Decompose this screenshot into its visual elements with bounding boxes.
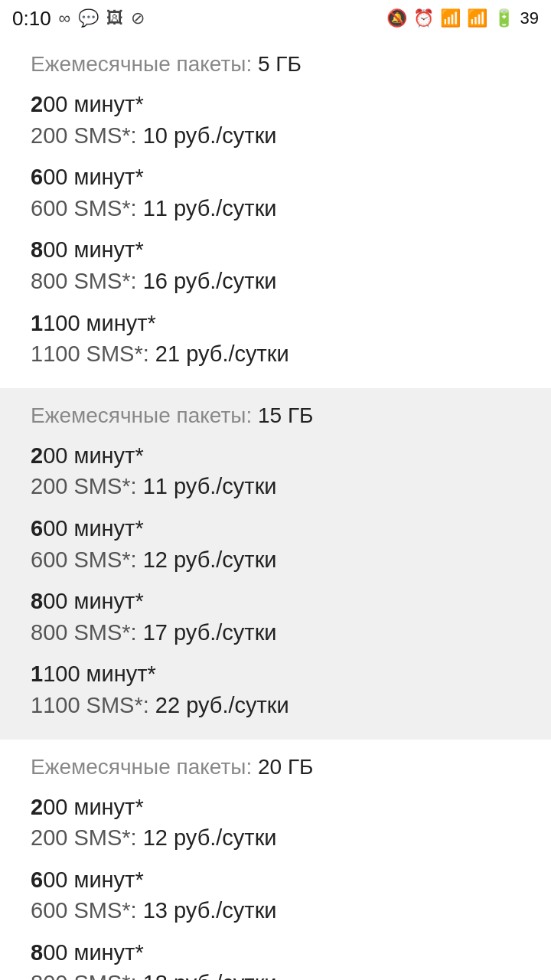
tariff-minutes-1-2: 800 минут*	[31, 586, 520, 617]
tariff-group-1-3: 1100 минут*1100 SMS*: 22 руб./сутки	[31, 658, 520, 720]
tariff-sms-1-2: 800 SMS*: 17 руб./сутки	[31, 617, 520, 648]
tariff-sms-2-0: 200 SMS*: 12 руб./сутки	[31, 822, 520, 854]
status-left: 0:10 ∞ 💬 🖼 ⊘	[12, 7, 145, 31]
package-header-2: Ежемесячные пакеты: 20 ГБ	[31, 755, 520, 779]
tariff-minutes-0-0: 200 минут*	[31, 89, 520, 120]
signal-icon: 📶	[467, 8, 487, 28]
tariff-sms-0-2: 800 SMS*: 16 руб./сутки	[31, 266, 520, 297]
tariff-minutes-0-2: 800 минут*	[31, 234, 520, 266]
battery-icon: 🔋	[494, 8, 514, 28]
tariff-group-1-2: 800 минут*800 SMS*: 17 руб./сутки	[31, 586, 520, 648]
tariff-group-0-3: 1100 минут*1100 SMS*: 21 руб./сутки	[31, 308, 520, 370]
tariff-minutes-0-3: 1100 минут*	[31, 308, 520, 339]
tariff-sms-2-1: 600 SMS*: 13 руб./сутки	[31, 895, 520, 926]
image-icon: 🖼	[106, 8, 123, 28]
wifi-icon: 📶	[440, 8, 461, 28]
tariff-minutes-2-0: 200 минут*	[31, 792, 520, 823]
tariff-sms-1-0: 200 SMS*: 11 руб./сутки	[31, 471, 520, 502]
mute-icon: 🔕	[386, 8, 407, 28]
tariff-group-2-0: 200 минут*200 SMS*: 12 руб./сутки	[31, 792, 520, 854]
tariff-group-0-0: 200 минут*200 SMS*: 10 руб./сутки	[31, 89, 520, 151]
status-time: 0:10	[12, 7, 51, 31]
timer-icon: ⊘	[131, 8, 145, 28]
tariff-group-0-1: 600 минут*600 SMS*: 11 руб./сутки	[31, 162, 520, 224]
package-header-1: Ежемесячные пакеты: 15 ГБ	[31, 403, 520, 428]
package-header-0: Ежемесячные пакеты: 5 ГБ	[31, 52, 520, 77]
status-bar: 0:10 ∞ 💬 🖼 ⊘ 🔕 ⏰ 📶 📶 🔋 39	[0, 0, 551, 37]
tariff-group-2-2: 800 минут*800 SMS*: 18 руб./сутки	[31, 937, 520, 980]
tariff-group-1-0: 200 минут*200 SMS*: 11 руб./сутки	[31, 440, 520, 502]
tariff-sms-1-3: 1100 SMS*: 22 руб./сутки	[31, 690, 520, 721]
package-section-1: Ежемесячные пакеты: 15 ГБ200 минут*200 S…	[0, 388, 551, 740]
tariff-minutes-1-3: 1100 минут*	[31, 658, 520, 690]
battery-level: 39	[520, 8, 539, 28]
tariff-minutes-2-2: 800 минут*	[31, 937, 520, 969]
tariff-sms-2-2: 800 SMS*: 18 руб./сутки	[31, 968, 520, 980]
chat-icon: 💬	[78, 8, 99, 28]
package-section-0: Ежемесячные пакеты: 5 ГБ200 минут*200 SM…	[0, 37, 551, 388]
package-section-2: Ежемесячные пакеты: 20 ГБ200 минут*200 S…	[0, 740, 551, 981]
tariff-group-2-1: 600 минут*600 SMS*: 13 руб./сутки	[31, 864, 520, 926]
loop-icon: ∞	[59, 8, 71, 28]
tariff-minutes-0-1: 600 минут*	[31, 162, 520, 193]
tariff-group-1-1: 600 минут*600 SMS*: 12 руб./сутки	[31, 513, 520, 575]
tariff-sms-0-3: 1100 SMS*: 21 руб./сутки	[31, 338, 520, 370]
status-right: 🔕 ⏰ 📶 📶 🔋 39	[386, 8, 539, 28]
alarm-icon: ⏰	[413, 8, 434, 28]
tariff-group-0-2: 800 минут*800 SMS*: 16 руб./сутки	[31, 234, 520, 296]
content: Ежемесячные пакеты: 5 ГБ200 минут*200 SM…	[0, 37, 551, 980]
tariff-sms-0-1: 600 SMS*: 11 руб./сутки	[31, 193, 520, 224]
tariff-sms-1-1: 600 SMS*: 12 руб./сутки	[31, 544, 520, 576]
tariff-minutes-2-1: 600 минут*	[31, 864, 520, 896]
tariff-minutes-1-1: 600 минут*	[31, 513, 520, 544]
tariff-sms-0-0: 200 SMS*: 10 руб./сутки	[31, 120, 520, 152]
tariff-minutes-1-0: 200 минут*	[31, 440, 520, 472]
